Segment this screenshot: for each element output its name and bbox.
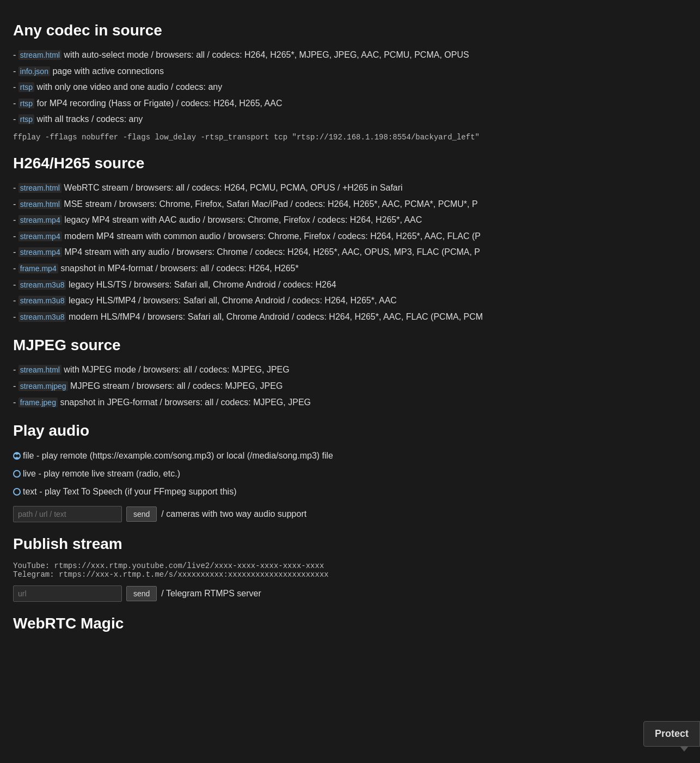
stream-html-link-2[interactable]: stream.html: [19, 183, 62, 193]
audio-radio-group: file - play remote (https://example.com/…: [13, 448, 687, 499]
stream-m3u8-link-2[interactable]: stream.m3u8: [19, 296, 66, 306]
youtube-line: YouTube: rtmps://xxx.rtmp.youtube.com/li…: [13, 561, 687, 570]
publish-stream-section: Publish stream YouTube: rtmps://xxx.rtmp…: [13, 535, 687, 602]
item-text-1: with auto-select mode / browsers: all / …: [64, 50, 469, 59]
stream-m3u8-link-3[interactable]: stream.m3u8: [19, 312, 66, 322]
radio-dot-text[interactable]: [13, 488, 21, 496]
list-item: - frame.mp4 snapshot in MP4-format / bro…: [13, 261, 687, 276]
ffplay-command: ffplay -fflags nobuffer -flags low_delay…: [13, 133, 687, 142]
stream-mp4-link-1[interactable]: stream.mp4: [19, 215, 62, 225]
play-audio-title: Play audio: [13, 422, 687, 440]
h264-h265-title: H264/H265 source: [13, 155, 687, 172]
item-text-4: for MP4 recording (Hass or Frigate) / co…: [37, 99, 283, 108]
radio-dot-file[interactable]: [13, 452, 21, 460]
item-text-2: page with active connections: [52, 66, 164, 76]
frame-jpeg-link[interactable]: frame.jpeg: [19, 398, 58, 407]
stream-mp4-link-2[interactable]: stream.mp4: [19, 231, 62, 241]
frame-mp4-link[interactable]: frame.mp4: [19, 264, 58, 273]
audio-path-input[interactable]: [13, 506, 122, 522]
protect-label: Protect: [655, 728, 689, 739]
h264-h265-section: H264/H265 source - stream.html WebRTC st…: [13, 155, 687, 323]
item-text-5: with all tracks / codecs: any: [37, 114, 143, 124]
list-item: - stream.mjpeg MJPEG stream / browsers: …: [13, 379, 687, 393]
stream-m3u8-link-1[interactable]: stream.m3u8: [19, 280, 66, 290]
publish-code-block: YouTube: rtmps://xxx.rtmp.youtube.com/li…: [13, 561, 687, 579]
radio-item-live[interactable]: live - play remote live stream (radio, e…: [13, 466, 687, 482]
list-item: - stream.m3u8 legacy HLS/fMP4 / browsers…: [13, 294, 687, 308]
stream-mp4-link-3[interactable]: stream.mp4: [19, 247, 62, 257]
list-item: - rtsp with all tracks / codecs: any: [13, 112, 687, 126]
stream-html-link-3[interactable]: stream.html: [19, 199, 62, 209]
publish-input-suffix: / Telegram RTMPS server: [161, 589, 261, 599]
telegram-line: Telegram: rtmps://xxx-x.rtmp.t.me/s/xxxx…: [13, 570, 687, 579]
list-item: - frame.jpeg snapshot in JPEG-format / b…: [13, 395, 687, 410]
publish-stream-title: Publish stream: [13, 535, 687, 553]
webrtc-magic-title: WebRTC Magic: [13, 615, 687, 632]
radio-item-text[interactable]: text - play Text To Speech (if your FFmp…: [13, 484, 687, 500]
publish-input-row: send / Telegram RTMPS server: [13, 585, 687, 602]
list-item: - stream.m3u8 legacy HLS/TS / browsers: …: [13, 278, 687, 292]
any-codec-title: Any codec in source: [13, 22, 687, 39]
list-item: - stream.html WebRTC stream / browsers: …: [13, 181, 687, 195]
radio-label-file: file - play remote (https://example.com/…: [23, 448, 333, 464]
item-text-3: with only one video and one audio / code…: [37, 82, 223, 91]
list-item: - info.json page with active connections: [13, 64, 687, 78]
play-audio-section: Play audio file - play remote (https://e…: [13, 422, 687, 522]
protect-tooltip[interactable]: Protect: [643, 721, 700, 747]
list-item: - stream.mp4 modern MP4 stream with comm…: [13, 229, 687, 243]
info-json-link[interactable]: info.json: [19, 66, 50, 76]
radio-dot-live[interactable]: [13, 470, 21, 478]
list-item: - rtsp with only one video and one audio…: [13, 80, 687, 94]
mjpeg-section: MJPEG source - stream.html with MJPEG mo…: [13, 337, 687, 409]
rtsp-link-3[interactable]: rtsp: [19, 114, 34, 124]
list-item: - stream.mp4 legacy MP4 stream with AAC …: [13, 213, 687, 227]
audio-input-row: send / cameras with two way audio suppor…: [13, 506, 687, 522]
audio-input-suffix: / cameras with two way audio support: [161, 509, 306, 519]
publish-send-button[interactable]: send: [126, 586, 157, 601]
list-item: - stream.m3u8 modern HLS/fMP4 / browsers…: [13, 310, 687, 324]
list-item: - stream.html MSE stream / browsers: Chr…: [13, 197, 687, 211]
radio-label-live: live - play remote live stream (radio, e…: [23, 466, 180, 482]
any-codec-section: Any codec in source - stream.html with a…: [13, 22, 687, 142]
rtsp-link-2[interactable]: rtsp: [19, 99, 34, 108]
radio-label-text: text - play Text To Speech (if your FFmp…: [23, 484, 236, 500]
publish-url-input[interactable]: [13, 585, 122, 602]
stream-mjpeg-link[interactable]: stream.mjpeg: [19, 381, 68, 391]
audio-send-button[interactable]: send: [126, 506, 157, 522]
list-item: - stream.mp4 MP4 stream with any audio /…: [13, 245, 687, 259]
radio-item-file[interactable]: file - play remote (https://example.com/…: [13, 448, 687, 464]
mjpeg-title: MJPEG source: [13, 337, 687, 354]
webrtc-magic-section: WebRTC Magic: [13, 615, 687, 632]
list-item: - stream.html with MJPEG mode / browsers…: [13, 363, 687, 377]
rtsp-link-1[interactable]: rtsp: [19, 82, 34, 92]
stream-html-mjpeg-link[interactable]: stream.html: [19, 365, 62, 375]
stream-html-link-1[interactable]: stream.html: [19, 50, 62, 60]
list-item: - stream.html with auto-select mode / br…: [13, 48, 687, 62]
list-item: - rtsp for MP4 recording (Hass or Frigat…: [13, 96, 687, 111]
